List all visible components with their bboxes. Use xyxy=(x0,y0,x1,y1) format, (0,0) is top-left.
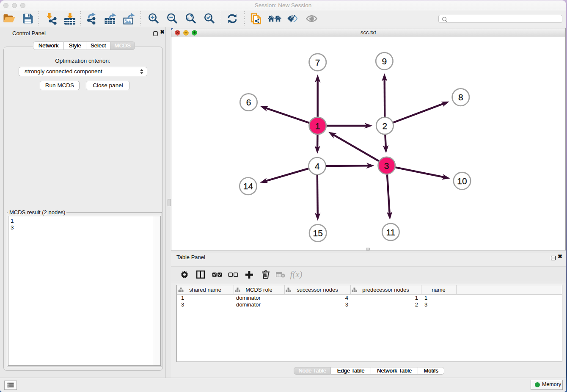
svg-text:3: 3 xyxy=(384,161,389,171)
svg-text:6: 6 xyxy=(246,97,251,107)
svg-text:2: 2 xyxy=(383,121,388,131)
svg-text:10: 10 xyxy=(457,176,467,186)
svg-text:11: 11 xyxy=(386,227,395,237)
svg-text:4: 4 xyxy=(315,161,320,171)
svg-text:15: 15 xyxy=(313,228,323,238)
svg-text:14: 14 xyxy=(243,181,253,191)
svg-text:9: 9 xyxy=(382,56,387,66)
svg-text:8: 8 xyxy=(458,92,463,102)
svg-text:1: 1 xyxy=(315,121,320,131)
svg-text:7: 7 xyxy=(315,58,320,67)
